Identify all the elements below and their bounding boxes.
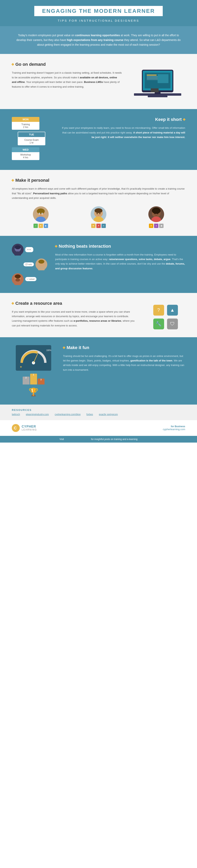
resource-area-section: Create a resource area If you want emplo…	[0, 293, 197, 337]
logo-text: CYPHER LEARNING	[22, 425, 37, 431]
interact-avatar-1: •••	[12, 244, 47, 255]
calendar-monday: MON Training2 hrs	[12, 117, 39, 130]
cal-wednesday-body: Workshop4 hrs	[12, 152, 39, 160]
calendar-wednesday: WED Workshop4 hrs	[12, 147, 39, 160]
svg-rect-15	[158, 74, 168, 83]
heading-diamond-icon-4	[55, 245, 58, 247]
footer-visit-link[interactable]: cypherlearning.com/blog	[65, 438, 90, 441]
question-mark-icon: ?	[153, 305, 164, 316]
avatar-woman2-svg	[148, 206, 164, 222]
svg-point-40	[14, 281, 21, 285]
keep-it-short-body: If you want your employees to really lea…	[59, 126, 185, 140]
avatar-icon-blue: ▶	[44, 224, 48, 228]
go-on-demand-heading-container: Go on demand	[12, 62, 122, 67]
avatar-group-2: ★ ✗ ≡	[91, 206, 106, 228]
avatar-woman1	[33, 206, 49, 222]
svg-point-38	[38, 260, 44, 264]
svg-point-30	[152, 208, 161, 214]
drive-icon: ▲	[167, 305, 178, 316]
svg-point-27	[99, 213, 101, 214]
podium-bronze-label: 3	[40, 379, 41, 381]
resource-link-5[interactable]: exactly springcom	[99, 413, 118, 416]
avatar-woman2	[148, 206, 164, 222]
header-title-box: ENGAGING THE MODERN LEARNER	[34, 6, 163, 16]
keep-it-short-heading-container: Keep it short	[59, 117, 185, 122]
resource-link-2[interactable]: elearningindustry.com	[26, 413, 49, 416]
resource-icon-row-1: ? ▲	[153, 305, 178, 316]
fun-screen-svg: ★ 100%	[16, 345, 51, 371]
svg-text:★: ★	[20, 365, 22, 368]
resource-area-heading-container: Create a resource area	[12, 301, 138, 306]
avatar-icon-gray: ▣	[159, 224, 164, 228]
shield-icon: 🛡	[167, 318, 178, 329]
avatar-woman1-svg	[33, 206, 49, 222]
keep-it-short-section: MON Training2 hrs TUE Course Exam1 hr WE…	[0, 109, 197, 170]
make-it-personal-heading: Make it personal	[16, 178, 49, 183]
heading-diamond-icon-6	[63, 346, 65, 349]
svg-point-29	[151, 217, 161, 222]
resources-links: twitroch elearningindustry.com cypherlea…	[12, 413, 185, 416]
bubble-dots-1: •••	[27, 248, 31, 251]
resource-area-heading: Create a resource area	[16, 301, 62, 306]
cal-monday-header: MON	[12, 117, 39, 122]
make-it-fun-heading-container: Make it fun	[63, 345, 185, 350]
interaction-body: Most of the new information from a cours…	[55, 252, 185, 271]
interact-avatar-2: 💬 reply	[12, 258, 47, 270]
avatar-3-icons: ⊕ ♦ ▣	[149, 224, 164, 228]
interaction-section: ••• 💬 reply	[0, 236, 197, 293]
avatar-group-3: ⊕ ♦ ▣	[148, 206, 164, 228]
podium-silver: 2	[23, 377, 30, 384]
chat-bubble-3: ✓ solved	[25, 277, 36, 281]
heading-diamond-icon	[11, 63, 14, 66]
go-on-demand-text: Go on demand Training and learning doesn…	[12, 62, 122, 89]
heading-diamond-icon-5	[11, 302, 14, 305]
resource-link-1[interactable]: twitroch	[12, 413, 20, 416]
keep-it-short-text: Keep it short If you want your employees…	[59, 117, 185, 140]
resources-bar: RESOURCES twitroch elearningindustry.com…	[0, 405, 197, 420]
fun-screen: ★ 100%	[16, 345, 51, 371]
avatar-man1	[91, 206, 106, 222]
make-it-fun-text: Make it fun Training should be fun and c…	[63, 345, 185, 372]
interact-svg-3	[12, 273, 24, 285]
resource-link-4[interactable]: forbes	[86, 413, 93, 416]
heading-diamond-icon-3	[11, 179, 14, 182]
make-it-fun-section: ★ 100% 2 1 3 🏆 Make it fun Training shou…	[0, 337, 197, 405]
avatar-icon-green: ✓	[33, 224, 38, 228]
cal-monday-body: Training2 hrs	[12, 122, 39, 130]
interaction-text: Nothing beats interaction Most of the ne…	[55, 244, 185, 271]
svg-point-31	[154, 213, 156, 214]
svg-point-26	[96, 213, 98, 214]
chat-bubble-1: •••	[25, 247, 33, 252]
podium-silver-label: 2	[25, 377, 27, 379]
interact-avatar-3: ✓ solved	[12, 273, 47, 285]
go-on-demand-section: Go on demand Training and learning doesn…	[0, 54, 197, 109]
podium-bronze: 3	[38, 379, 45, 384]
intro-section: Today's modern employees put great value…	[0, 26, 197, 54]
footer-visit-suffix: for insightful posts on training and e-l…	[91, 438, 138, 441]
svg-point-18	[37, 209, 45, 214]
fun-illustration: ★ 100% 2 1 3 🏆	[12, 345, 55, 397]
svg-point-34	[14, 251, 21, 255]
go-on-demand-heading: Go on demand	[16, 62, 46, 67]
podium-gold: 1	[30, 374, 37, 384]
avatar-1-icons: ✓ ★ ▶	[33, 224, 48, 228]
cal-tuesday-header: TUE	[18, 132, 45, 137]
calendar-area: MON Training2 hrs TUE Course Exam1 hr WE…	[12, 117, 51, 162]
resource-link-3[interactable]: cypherlearning.com/blog	[55, 413, 81, 416]
bubble-dots-3: ✓ solved	[27, 278, 34, 280]
footer-visit-bar: Visit cypherlearning.com/blog for insigh…	[0, 436, 197, 442]
make-it-personal-section: Make it personal All employees learn in …	[0, 170, 197, 236]
svg-point-37	[38, 266, 45, 270]
footer-website: cypherlearning.com	[163, 428, 185, 431]
interact-avatar-beard	[12, 273, 24, 285]
calendar-tuesday: TUE Course Exam1 hr	[18, 132, 45, 145]
avatars-row: ✓ ★ ▶ ★ ✗ ≡	[12, 206, 185, 228]
monitor-svg	[132, 62, 183, 101]
resource-area-text: Create a resource area If you want emplo…	[12, 301, 138, 328]
svg-text:100%: 100%	[46, 349, 51, 351]
avatar-icon-red: ✗	[96, 224, 101, 228]
interact-svg-2	[35, 258, 47, 270]
avatar-icon-orange: ⊕	[149, 224, 153, 228]
intro-text: Today's modern employees put great value…	[16, 33, 181, 47]
make-it-fun-body: Training should be fun and challenging. …	[63, 354, 185, 372]
